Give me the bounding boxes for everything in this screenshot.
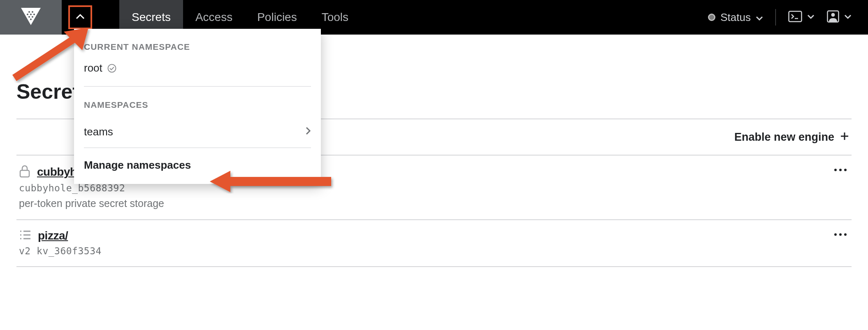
svg-point-1 <box>28 11 30 13</box>
namespace-item-label: teams <box>84 125 113 138</box>
svg-point-27 <box>839 233 842 236</box>
divider <box>775 9 776 26</box>
status-dropdown[interactable]: Status <box>708 11 763 24</box>
engine-id: cubbyhole_b5688392 <box>19 183 849 193</box>
svg-point-19 <box>844 169 847 171</box>
current-namespace-header: CURRENT NAMESPACE <box>74 29 321 58</box>
lock-icon <box>19 165 30 179</box>
svg-marker-0 <box>21 8 41 25</box>
namespace-dropdown: CURRENT NAMESPACE root NAMESPACES teams … <box>74 29 321 184</box>
console-dropdown[interactable] <box>788 11 815 24</box>
svg-point-2 <box>32 11 33 13</box>
status-indicator-icon <box>708 14 715 21</box>
svg-point-12 <box>831 13 835 17</box>
svg-point-8 <box>30 19 32 20</box>
logo-area <box>0 0 62 35</box>
svg-point-7 <box>32 16 33 18</box>
engine-actions-menu[interactable] <box>833 166 847 174</box>
engine-link[interactable]: pizza/ <box>38 229 68 242</box>
svg-point-26 <box>834 233 837 236</box>
svg-rect-16 <box>20 170 29 177</box>
svg-point-13 <box>108 64 116 72</box>
svg-point-17 <box>834 169 837 171</box>
svg-point-28 <box>844 233 847 236</box>
vault-logo-icon <box>21 8 41 27</box>
status-label: Status <box>720 11 751 24</box>
chevron-down-icon <box>756 11 763 24</box>
enable-engine-label: Enable new engine <box>734 131 834 144</box>
list-icon <box>19 230 31 242</box>
enable-new-engine-button[interactable]: Enable new engine <box>734 131 849 144</box>
svg-point-4 <box>30 14 32 15</box>
terminal-icon <box>788 11 802 24</box>
manage-namespaces-link[interactable]: Manage namespaces <box>74 148 321 184</box>
namespace-item-teams[interactable]: teams <box>74 116 321 147</box>
chevron-right-icon <box>305 125 311 138</box>
plus-icon <box>840 131 849 144</box>
engine-row: pizza/ v2 kv_360f3534 <box>16 220 852 267</box>
chevron-up-icon <box>76 14 85 21</box>
svg-rect-9 <box>789 12 802 22</box>
check-circle-icon <box>107 64 116 73</box>
current-namespace-value: root <box>74 58 321 86</box>
engine-id: v2 kv_360f3534 <box>19 246 849 256</box>
svg-point-18 <box>839 169 842 171</box>
namespace-picker-toggle[interactable] <box>68 5 92 29</box>
current-namespace-text: root <box>84 62 102 74</box>
chevron-down-icon <box>807 14 815 21</box>
user-icon <box>827 10 839 24</box>
engine-actions-menu[interactable] <box>833 231 847 238</box>
user-dropdown[interactable] <box>827 10 852 24</box>
chevron-down-icon <box>844 14 852 21</box>
svg-point-3 <box>27 14 28 15</box>
engine-description: per-token private secret storage <box>19 198 849 209</box>
namespaces-header: NAMESPACES <box>74 87 321 116</box>
svg-point-5 <box>33 14 35 15</box>
svg-point-6 <box>28 16 30 18</box>
topbar-right: Status <box>708 9 868 26</box>
